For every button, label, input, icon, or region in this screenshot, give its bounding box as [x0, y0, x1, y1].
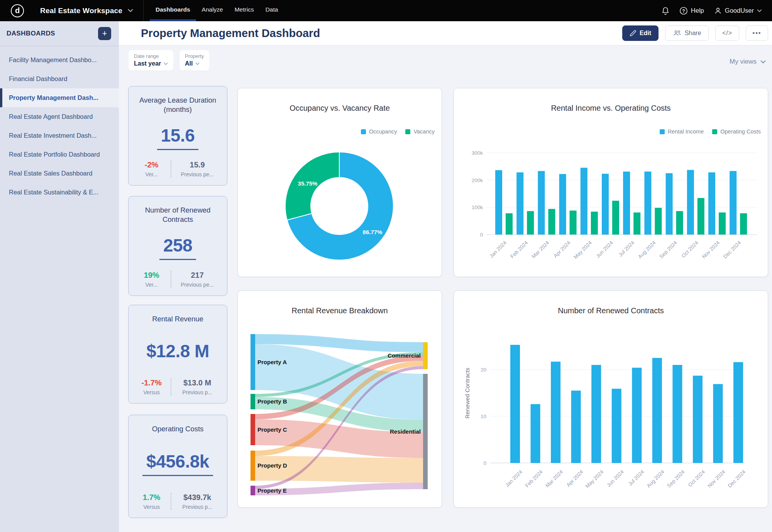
bar-operating-costs[interactable] — [506, 213, 513, 235]
property-filter[interactable]: Property All — [179, 50, 209, 71]
bar-operating-costs[interactable] — [676, 211, 683, 235]
sankey-node-property-d[interactable] — [251, 451, 255, 481]
kpi-card-rental-revenue[interactable]: Rental Revenue $12.8 M -1.7%Versus $13.0… — [128, 305, 227, 404]
people-icon — [673, 30, 681, 37]
sankey-node-label: Property E — [257, 487, 287, 494]
bar-rental-income[interactable] — [730, 171, 736, 235]
user-menu[interactable]: GoodUser — [714, 7, 762, 15]
donut-label: 35.75% — [298, 180, 318, 187]
bar-renewed-contracts[interactable] — [713, 384, 723, 463]
sankey-node-property-c[interactable] — [251, 414, 255, 445]
sankey-node-property-a[interactable] — [251, 334, 255, 390]
share-button[interactable]: Share — [665, 25, 709, 41]
app-logo[interactable]: d — [0, 0, 35, 21]
more-options-button[interactable]: ••• — [746, 25, 768, 41]
sidebar-item-portfolio[interactable]: Real Estate Portfolio Dashboard — [0, 145, 119, 164]
x-axis-label: Aug 2024 — [637, 240, 657, 260]
bar-renewed-contracts[interactable] — [531, 404, 540, 463]
bar-renewed-contracts[interactable] — [571, 390, 581, 463]
bar-rental-income[interactable] — [666, 173, 673, 235]
bar-renewed-contracts[interactable] — [591, 365, 601, 463]
bar-rental-income[interactable] — [623, 172, 630, 235]
bar-operating-costs[interactable] — [548, 209, 555, 235]
ellipsis-icon: ••• — [753, 30, 762, 37]
sankey-chart[interactable]: Property AProperty BProperty CProperty D… — [238, 291, 442, 508]
help-button[interactable]: ? Help — [679, 7, 704, 15]
tab-metrics[interactable]: Metrics — [229, 0, 260, 21]
sidebar-item-property-management[interactable]: Property Management Dash... — [0, 88, 119, 107]
tab-analyze[interactable]: Analyze — [196, 0, 229, 21]
bar-renewed-contracts[interactable] — [510, 345, 520, 463]
svg-text:0: 0 — [480, 232, 483, 238]
bar-rental-income[interactable] — [708, 172, 715, 235]
sidebar-item-facility-management[interactable]: Facility Management Dashbo... — [0, 51, 119, 69]
help-icon: ? — [679, 7, 688, 15]
kpi-previous: 15.9 — [171, 160, 223, 169]
kpi-card-lease-duration[interactable]: Average Lease Duration (months) 15.6 -2%… — [128, 86, 227, 186]
notifications-bell-icon[interactable] — [662, 7, 669, 15]
sankey-node-property-e[interactable] — [251, 486, 255, 495]
svg-text:200k: 200k — [472, 177, 483, 183]
bar-operating-costs[interactable] — [612, 201, 619, 235]
bar-operating-costs[interactable] — [570, 211, 577, 235]
sankey-node-commercial[interactable] — [423, 342, 428, 369]
edit-button[interactable]: Edit — [622, 25, 659, 41]
bar-operating-costs[interactable] — [740, 213, 747, 235]
sankey-flow[interactable] — [255, 456, 423, 483]
sidebar-title: DASHBOARDS — [7, 30, 55, 37]
bar-operating-costs[interactable] — [591, 212, 598, 235]
main-area: Property Management Dashboard Edit Share… — [119, 21, 772, 532]
sankey-node-residential[interactable] — [423, 374, 428, 489]
bar-renewed-contracts[interactable] — [612, 389, 621, 463]
bar-chart[interactable]: 01020Renewed ContractsJan 2024Feb 2024Ma… — [454, 291, 769, 508]
add-dashboard-button[interactable]: + — [98, 27, 111, 40]
sidebar-item-financial[interactable]: Financial Dashboard — [0, 69, 119, 88]
bar-renewed-contracts[interactable] — [632, 368, 642, 463]
kpi-previous: 217 — [171, 271, 223, 280]
bar-operating-costs[interactable] — [719, 213, 726, 235]
sankey-node-label: Property A — [257, 359, 287, 365]
sankey-node-label: Residential — [390, 428, 421, 435]
top-nav: d Real Estate Workspace Dashboards Analy… — [0, 0, 772, 21]
bar-rental-income[interactable] — [538, 171, 545, 235]
bar-rental-income[interactable] — [602, 174, 609, 235]
bar-renewed-contracts[interactable] — [551, 361, 560, 463]
kpi-card-renewed-contracts[interactable]: Number of Renewed Contracts 258 19%Ver..… — [128, 196, 227, 296]
workspace-switcher[interactable]: Real Estate Workspace — [35, 0, 143, 21]
tab-dashboards[interactable]: Dashboards — [150, 0, 196, 21]
chart-card-occupancy-vacancy: Occupancy vs. Vacancy Rate Occupancy Vac… — [237, 88, 442, 277]
bar-rental-income[interactable] — [516, 172, 523, 235]
date-range-filter[interactable]: Date range Last year — [129, 50, 173, 71]
svg-text:?: ? — [682, 8, 685, 14]
x-axis-label: Jan 2024 — [488, 240, 508, 259]
donut-chart[interactable]: 86.77%35.75% — [238, 88, 442, 277]
bar-rental-income[interactable] — [559, 174, 566, 235]
bar-operating-costs[interactable] — [698, 198, 704, 235]
sidebar-item-investment[interactable]: Real Estate Investment Dash... — [0, 126, 119, 145]
bar-renewed-contracts[interactable] — [652, 358, 662, 463]
bar-renewed-contracts[interactable] — [733, 362, 743, 463]
grouped-bar-chart[interactable]: 0100k200k300kJan 2024Feb 2024Mar 2024Apr… — [454, 88, 769, 277]
bar-operating-costs[interactable] — [527, 211, 534, 235]
sankey-node-property-b[interactable] — [251, 394, 255, 409]
bar-rental-income[interactable] — [644, 172, 651, 235]
svg-text:20: 20 — [481, 367, 486, 373]
kpi-card-operating-costs[interactable]: Operating Costs $456.8k 1.7%Versus $439.… — [128, 415, 227, 518]
bar-renewed-contracts[interactable] — [693, 376, 703, 463]
bar-rental-income[interactable] — [581, 168, 587, 235]
my-views-dropdown[interactable]: My views — [730, 58, 766, 66]
bar-operating-costs[interactable] — [655, 208, 662, 235]
bar-renewed-contracts[interactable] — [672, 365, 682, 463]
kpi-delta: -1.7% — [132, 378, 171, 387]
sidebar-item-sustainability[interactable]: Real Estate Sustainability & E... — [0, 183, 119, 202]
tab-data[interactable]: Data — [260, 0, 284, 21]
bar-rental-income[interactable] — [495, 170, 502, 235]
x-axis-label: Oct 2024 — [681, 240, 700, 259]
svg-text:10: 10 — [481, 414, 486, 419]
x-axis-label: Nov 2024 — [701, 240, 721, 260]
sidebar-item-agent[interactable]: Real Estate Agent Dashboard — [0, 107, 119, 126]
bar-rental-income[interactable] — [687, 170, 694, 235]
embed-code-button[interactable]: </> — [715, 25, 739, 41]
bar-operating-costs[interactable] — [633, 213, 640, 235]
sidebar-item-sales[interactable]: Real Estate Sales Dashboard — [0, 164, 119, 183]
